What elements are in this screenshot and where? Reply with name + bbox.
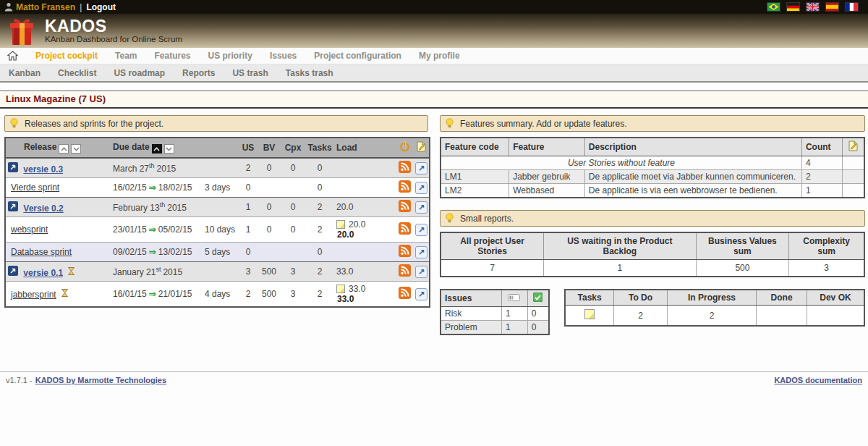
dev-ok-count [807, 306, 864, 327]
flag-germany-icon[interactable] [787, 3, 799, 11]
task-sticky-note-icon [584, 309, 595, 319]
release-icon[interactable] [8, 162, 18, 172]
rss-icon[interactable] [399, 180, 411, 193]
open-sprint-icon[interactable]: ↗ [415, 288, 427, 300]
release-column-header: Release [8, 142, 56, 152]
date-arrow-icon: ⇒ [147, 247, 158, 257]
hourglass-icon [67, 266, 75, 276]
flag-spain-icon[interactable] [826, 3, 838, 11]
cpx-value: 0 [281, 217, 305, 243]
release-link[interactable]: Versie 0.2 [23, 203, 63, 214]
issue-closed-count: 0 [527, 307, 549, 321]
nav-issues[interactable]: Issues [270, 51, 297, 61]
sprint-row: jabbersprint 16/01/15⇒21/01/15 4 days 2 … [5, 282, 430, 308]
bv-value: 500 [258, 282, 281, 308]
closed-issues-check-icon [533, 293, 542, 302]
rss-icon[interactable] [399, 200, 411, 212]
sprint-link[interactable]: websprint [11, 224, 48, 235]
open-release-icon[interactable]: ↗ [415, 201, 427, 214]
nav-us-roadmap[interactable]: US roadmap [114, 68, 165, 78]
sprint-duration: 3 days [203, 178, 239, 198]
issues-header-row: Issues [441, 290, 549, 307]
release-link[interactable]: versie 0.3 [23, 164, 63, 174]
small-reports-hint: Small reports. [440, 210, 865, 227]
nav-reports[interactable]: Reports [182, 68, 215, 78]
flag-france-icon[interactable] [846, 3, 858, 11]
sprint-start-date: 23/01/15 [113, 224, 147, 235]
release-icon[interactable] [8, 266, 18, 276]
tasks-value: 2 [305, 198, 334, 217]
release-link[interactable]: versie 0.1 [23, 268, 63, 278]
feature-count: 1 [801, 184, 842, 198]
nav-us-trash[interactable]: US trash [232, 68, 268, 78]
rss-icon[interactable] [399, 161, 411, 173]
release-sort-asc-button[interactable] [59, 144, 69, 153]
nav-project-cockpit[interactable]: Project cockpit [35, 51, 98, 61]
rss-icon[interactable] [399, 287, 411, 299]
bv-column-header: BV [258, 138, 281, 158]
sprint-link[interactable]: Database sprint [11, 247, 72, 257]
features-header-row: Feature code Feature Description Count [441, 138, 864, 156]
power-icon[interactable] [399, 141, 410, 152]
release-sort-desc-button[interactable] [71, 144, 81, 153]
version-label: v1.7.1 - [6, 376, 33, 384]
feature-row: LM2 Webbased De applicatie is via een we… [441, 184, 864, 198]
new-release-icon[interactable] [417, 141, 426, 152]
nav-kanban[interactable]: Kanban [9, 68, 41, 78]
nav-tasks-trash[interactable]: Tasks trash [286, 68, 333, 78]
date-ordinal: th [160, 201, 166, 209]
date-arrow-icon: ⇒ [147, 182, 158, 193]
no-feature-count: 4 [801, 156, 842, 170]
us-value: 2 [239, 282, 258, 308]
cpx-column-header: Cpx [281, 138, 305, 158]
tasks-values-row: 2 2 [565, 306, 864, 327]
kados-gift-logo [7, 17, 36, 47]
logged-in-user[interactable]: Matto Fransen [16, 2, 75, 12]
rss-icon[interactable] [399, 222, 411, 235]
count-header: Count [801, 138, 842, 156]
rss-icon[interactable] [399, 245, 411, 257]
open-sprint-icon[interactable]: ↗ [415, 224, 427, 236]
documentation-link[interactable]: KADOS documentation [774, 376, 862, 384]
feature-description: De applicatie moet via Jabber kunnen com… [584, 170, 801, 184]
rss-icon[interactable] [399, 264, 411, 277]
logout-link[interactable]: Logout [86, 2, 116, 12]
nav-us-priority[interactable]: US priority [208, 51, 252, 61]
home-icon[interactable] [7, 51, 18, 61]
load-column-header: Load [334, 138, 396, 158]
app-subtitle: KAnban Dashboard for Online Scrum [45, 35, 182, 43]
sprint-link[interactable]: Vierde sprint [11, 182, 59, 193]
open-release-icon[interactable]: ↗ [415, 266, 427, 278]
date-arrow-icon: ⇒ [147, 289, 158, 299]
tasks-table: Tasks To Do In Progress Done Dev OK 2 2 [564, 289, 865, 327]
open-sprint-icon[interactable]: ↗ [415, 182, 427, 194]
date-year: 2015 [157, 164, 176, 174]
due-date-sort-asc-button[interactable] [152, 144, 162, 153]
backlog-us-value: 1 [543, 260, 696, 277]
bulb-icon [445, 213, 454, 224]
bv-sum-value: 500 [696, 260, 788, 277]
bv-value: 0 [258, 158, 281, 178]
feature-code: LM2 [441, 184, 509, 198]
release-icon[interactable] [8, 201, 18, 211]
flag-brazil-icon[interactable] [767, 3, 780, 11]
flag-uk-icon[interactable] [807, 3, 819, 11]
open-issues-icon [508, 294, 521, 301]
us-column-header: US [239, 138, 258, 158]
new-feature-icon[interactable] [848, 140, 858, 151]
due-date-sort-desc-button[interactable] [164, 144, 174, 153]
user-icon [4, 2, 13, 12]
nav-my-profile[interactable]: My profile [419, 51, 460, 61]
bv-value: 500 [258, 262, 281, 282]
bv-value: 0 [258, 217, 281, 243]
nav-team[interactable]: Team [115, 51, 137, 61]
sprint-end-date: 13/02/15 [158, 247, 192, 257]
open-release-icon[interactable]: ↗ [415, 162, 427, 174]
nav-checklist[interactable]: Checklist [58, 68, 96, 78]
nav-features[interactable]: Features [155, 51, 191, 61]
open-sprint-icon[interactable]: ↗ [415, 246, 427, 258]
date-year: 2015 [163, 267, 182, 277]
sprint-link[interactable]: jabbersprint [11, 290, 56, 300]
nav-project-configuration[interactable]: Project configuration [314, 51, 401, 61]
vendor-link[interactable]: KADOS by Marmotte Technologies [35, 376, 166, 384]
